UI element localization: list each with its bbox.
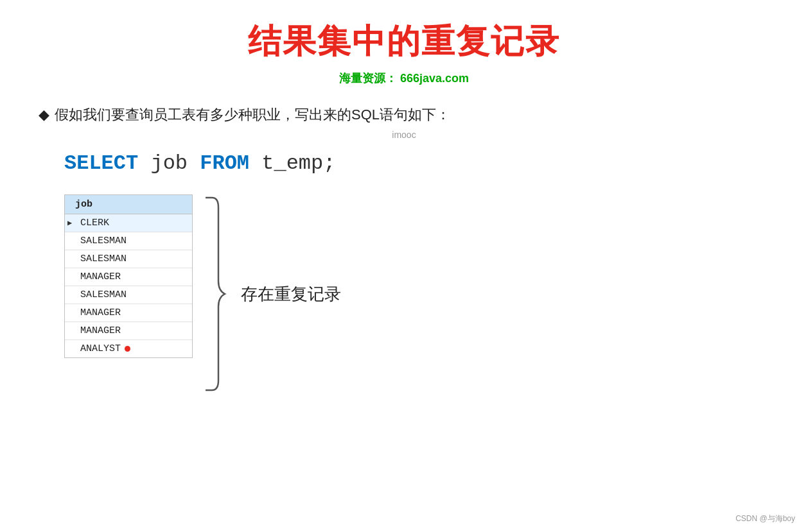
- row-value-manager1: MANAGER: [75, 271, 121, 282]
- table-row: MANAGER: [65, 268, 192, 286]
- row-arrow-icon: ▶: [67, 218, 72, 228]
- red-dot-icon: [125, 346, 130, 352]
- sql-select: SELECT: [64, 151, 138, 175]
- row-value-manager3: MANAGER: [75, 325, 121, 336]
- imooc-label: imooc: [39, 130, 769, 140]
- table-header: job: [65, 195, 192, 214]
- description-line: ◆ 假如我们要查询员工表有多少种职业，写出来的SQL语句如下：: [39, 105, 769, 124]
- table-row: SALESMAN: [65, 250, 192, 268]
- resource-subtitle: 海量资源： 666java.com: [39, 71, 769, 86]
- brace-area: 存在重复记录: [199, 194, 341, 393]
- row-value-clerk: CLERK: [75, 218, 109, 228]
- duplicate-label: 存在重复记录: [241, 283, 341, 305]
- table-row: MANAGER: [65, 322, 192, 340]
- sql-from: FROM: [200, 151, 249, 175]
- table-row: MANAGER: [65, 304, 192, 322]
- table-row: ANALYST: [65, 340, 192, 357]
- sql-table: t_emp;: [261, 151, 335, 175]
- row-value-salesman2: SALESMAN: [75, 253, 127, 264]
- row-value-salesman3: SALESMAN: [75, 289, 127, 300]
- bullet-icon: ◆: [39, 107, 49, 123]
- table-row: ▶ CLERK: [65, 214, 192, 232]
- sql-field: job: [150, 151, 200, 175]
- page-title: 结果集中的重复记录: [39, 19, 769, 64]
- description-text: 假如我们要查询员工表有多少种职业，写出来的SQL语句如下：: [55, 105, 450, 124]
- row-value-manager2: MANAGER: [75, 307, 121, 318]
- row-value-analyst: ANALYST: [75, 343, 121, 354]
- footer-label: CSDN @与海boy: [735, 513, 795, 524]
- curly-brace-icon: [199, 194, 228, 393]
- result-table: job ▶ CLERK SALESMAN SALESMAN MANAGER SA…: [64, 194, 193, 358]
- table-row: SALESMAN: [65, 232, 192, 250]
- table-row: SALESMAN: [65, 286, 192, 304]
- page-container: 结果集中的重复记录 海量资源： 666java.com ◆ 假如我们要查询员工表…: [0, 0, 808, 532]
- content-area: job ▶ CLERK SALESMAN SALESMAN MANAGER SA…: [64, 194, 769, 393]
- sql-code-block: SELECT job FROM t_emp;: [64, 151, 769, 175]
- row-value-salesman1: SALESMAN: [75, 236, 127, 246]
